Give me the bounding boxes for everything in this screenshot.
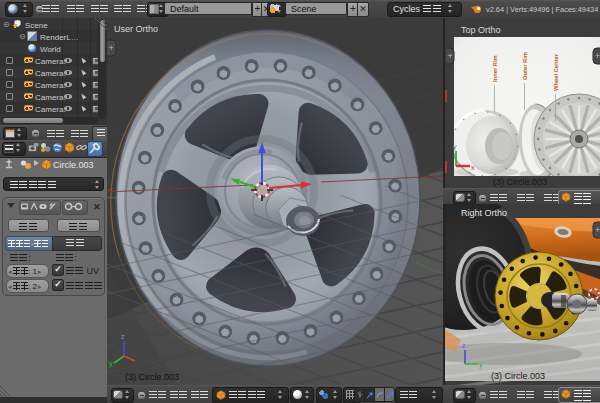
svg-text:y: y: [453, 143, 457, 151]
svg-text:+: +: [595, 225, 600, 235]
svg-text:y: y: [109, 360, 113, 368]
svg-text:Outer Rim: Outer Rim: [522, 52, 528, 80]
svg-text:+: +: [109, 43, 114, 53]
svg-text:Top Ortho: Top Ortho: [461, 25, 501, 35]
svg-text:Right Ortho: Right Ortho: [461, 208, 507, 218]
svg-text:+: +: [595, 51, 600, 61]
svg-text:(3) Circle.003: (3) Circle.003: [125, 372, 179, 382]
svg-text:z: z: [121, 333, 125, 340]
svg-text:z: z: [462, 342, 466, 349]
svg-text:y: y: [479, 361, 483, 369]
svg-text:Wheel Center: Wheel Center: [553, 53, 559, 91]
svg-text:x: x: [471, 164, 475, 171]
svg-text:User Ortho: User Ortho: [114, 24, 158, 34]
svg-text:Inner Rim: Inner Rim: [492, 55, 498, 82]
svg-text:+: +: [448, 51, 453, 61]
svg-text:(3) Circle.003: (3) Circle.003: [491, 371, 545, 381]
svg-text:(3) Circle.003: (3) Circle.003: [493, 177, 547, 187]
